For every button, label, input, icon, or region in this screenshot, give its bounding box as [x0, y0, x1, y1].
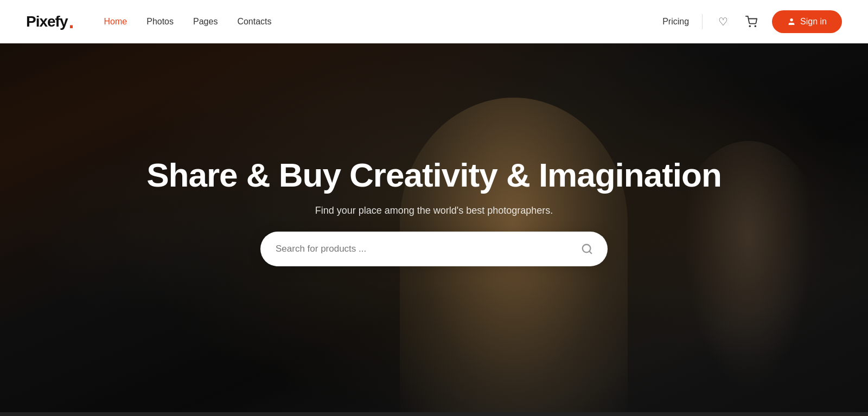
navbar-right: Pricing ♡ Sign in [662, 10, 842, 33]
brand-dot: . [69, 12, 74, 31]
nav-links: Home Photos Pages Contacts [104, 17, 663, 27]
svg-point-0 [749, 25, 750, 27]
navbar: Pixefy. Home Photos Pages Contacts Prici… [0, 0, 868, 43]
cart-icon[interactable] [744, 14, 759, 29]
brand-name: Pixefy [26, 13, 68, 30]
nav-link-photos[interactable]: Photos [146, 17, 174, 27]
brand-logo[interactable]: Pixefy. [26, 12, 74, 31]
nav-divider [702, 14, 703, 29]
svg-line-4 [589, 251, 591, 253]
hero-title: Share & Buy Creativity & Imagination [146, 157, 722, 194]
user-icon [787, 17, 796, 26]
wishlist-icon[interactable]: ♡ [716, 14, 731, 29]
search-icon[interactable] [577, 239, 597, 259]
signin-button[interactable]: Sign in [772, 10, 842, 33]
svg-point-2 [790, 18, 793, 21]
nav-link-contacts[interactable]: Contacts [237, 17, 271, 27]
pricing-link[interactable]: Pricing [662, 17, 689, 27]
search-bar[interactable] [260, 232, 608, 266]
nav-link-pages[interactable]: Pages [193, 17, 218, 27]
search-input[interactable] [276, 244, 577, 254]
hero-subtitle: Find your place among the world's best p… [315, 205, 553, 216]
bottom-bar: Start Selling Your Photos Today. View pl… [0, 412, 868, 416]
hero-content: Share & Buy Creativity & Imagination Fin… [146, 157, 722, 266]
signin-label: Sign in [800, 17, 827, 27]
nav-link-home[interactable]: Home [104, 17, 127, 27]
hero-section: Share & Buy Creativity & Imagination Fin… [0, 43, 868, 412]
svg-point-1 [755, 25, 756, 27]
